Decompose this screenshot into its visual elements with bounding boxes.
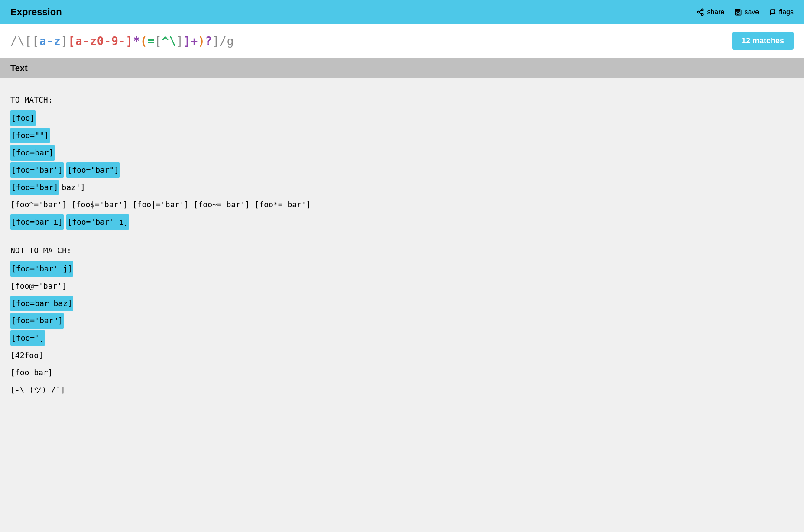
svg-point-2 xyxy=(702,13,704,16)
char-class-az: a-z xyxy=(39,35,61,48)
match-foo: [foo] xyxy=(10,110,36,126)
bracket-close2: ] xyxy=(176,35,184,48)
nmatch-foo-bar-j: [foo='bar' j] xyxy=(10,261,73,277)
bracket-close1: ] xyxy=(61,35,68,48)
share-button[interactable]: share xyxy=(697,8,724,16)
nmatch-foo-at: [foo@='bar'] xyxy=(10,278,67,294)
match-foo-bar-sq: [foo='bar'] xyxy=(10,162,64,178)
save-button[interactable]: save xyxy=(735,8,759,16)
match-foo-bar-sq-i: [foo='bar' i] xyxy=(66,214,129,230)
svg-point-1 xyxy=(698,11,700,13)
spacer1 xyxy=(10,231,794,239)
expression-display[interactable]: /\[[a-z][a-z0-9-]*(=[^\]]+)?]/g xyxy=(10,35,234,48)
bracket-close3: ] xyxy=(212,35,220,48)
svg-line-4 xyxy=(700,10,702,12)
line-12: [foo='] xyxy=(10,329,794,347)
content-area: TO MATCH: [foo] [foo=""] [foo=bar] [foo=… xyxy=(0,78,804,416)
line-3: [foo=bar] xyxy=(10,144,794,161)
line-14: [foo_bar] xyxy=(10,364,794,381)
to-match-label: TO MATCH: xyxy=(10,92,794,108)
match-foo-bar-dq: [foo="bar"] xyxy=(66,162,120,178)
flags-icon xyxy=(769,8,776,16)
quantifier-plus2: + xyxy=(191,35,198,48)
svg-line-3 xyxy=(700,13,702,14)
bracket-open: [ xyxy=(25,35,32,48)
match-foo-bar-partial: [foo='bar] xyxy=(10,180,59,195)
flags-button[interactable]: flags xyxy=(769,8,794,16)
line-10: [foo=bar baz] xyxy=(10,295,794,312)
expression-bar: /\[[a-z][a-z0-9-]*(=[^\]]+)?]/g 12 match… xyxy=(0,24,804,58)
header: Expression share save flags xyxy=(0,0,804,24)
char-class-az09: [a-z0-9-] xyxy=(68,35,133,48)
text-section-bar: Text xyxy=(0,58,804,78)
svg-point-0 xyxy=(702,9,704,11)
bracket-negated-open: [ xyxy=(155,35,162,48)
nmatch-42foo: [42foo] xyxy=(10,348,43,363)
match-foo-bar-i: [foo=bar i] xyxy=(10,214,64,230)
equals-sign: = xyxy=(147,35,155,48)
match-foo-bar: [foo=bar] xyxy=(10,145,55,161)
quantifier-q: ? xyxy=(205,35,213,48)
line-1: [foo] xyxy=(10,110,794,127)
group-open: ( xyxy=(140,35,148,48)
flags-label: flags xyxy=(779,8,794,16)
line-5: [foo='bar] baz'] xyxy=(10,179,794,196)
not-to-match-label: NOT TO MATCH: xyxy=(10,243,794,258)
line-8: [foo='bar' j] xyxy=(10,260,794,277)
slash-open: / xyxy=(10,35,18,48)
line-4: [foo='bar'] [foo="bar"] xyxy=(10,161,794,179)
share-icon xyxy=(697,8,704,16)
line-6: [foo^='bar'] [foo$='bar'] [foo|='bar'] [… xyxy=(10,196,794,213)
share-label: share xyxy=(707,8,724,16)
caret: ^\ xyxy=(162,35,176,48)
bracket-open2: [ xyxy=(32,35,39,48)
match-foo-empty: [foo=""] xyxy=(10,128,50,143)
line-15: [-\_(ツ)_/¯] xyxy=(10,381,794,399)
nmatch-foo-bar-baz: [foo=bar baz] xyxy=(10,296,73,311)
nmatch-foo-sq: [foo='] xyxy=(10,330,45,346)
app-title: Expression xyxy=(10,6,62,18)
line-2: [foo=""] xyxy=(10,127,794,144)
line-7: [foo=bar i] [foo='bar' i] xyxy=(10,213,794,231)
backslash: \ xyxy=(18,35,25,48)
nmatch-foo-mixed-quote: [foo='bar"] xyxy=(10,313,64,329)
nmatch-foo-underscore: [foo_bar] xyxy=(10,365,53,380)
header-actions: share save flags xyxy=(697,8,794,16)
slash-close: / xyxy=(220,35,227,48)
group-close: ) xyxy=(198,35,205,48)
nmatch-emoticon: [-\_(ツ)_/¯] xyxy=(10,382,65,398)
matches-badge: 12 matches xyxy=(732,32,794,50)
save-icon xyxy=(735,8,742,16)
text-section-label: Text xyxy=(10,63,28,73)
quantifier-plus: ] xyxy=(184,35,191,48)
text-baz: baz'] xyxy=(62,180,85,195)
line-13: [42foo] xyxy=(10,347,794,364)
save-label: save xyxy=(744,8,759,16)
line-11: [foo='bar"] xyxy=(10,312,794,329)
flags-text: g xyxy=(227,35,234,48)
text-foohat: [foo^='bar'] [foo$='bar'] [foo|='bar'] [… xyxy=(10,197,311,213)
quantifier-star: * xyxy=(133,35,140,48)
line-9: [foo@='bar'] xyxy=(10,277,794,295)
